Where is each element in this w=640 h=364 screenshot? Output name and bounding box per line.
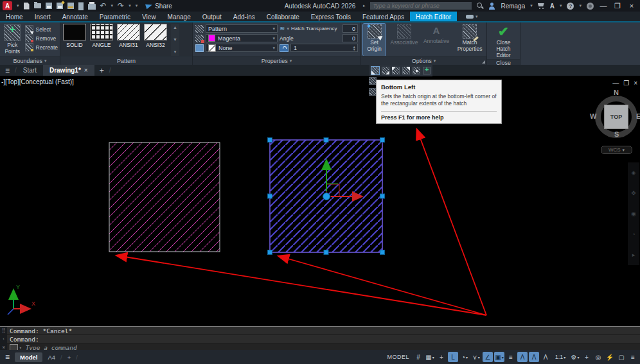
restore-button[interactable]: ❐: [613, 2, 622, 10]
viewcube-top-face[interactable]: TOP: [604, 105, 628, 129]
tab-featured-apps[interactable]: Featured Apps: [357, 12, 410, 22]
panel-launcher-icon[interactable]: [482, 60, 485, 64]
pick-points-button[interactable]: + Pick Points: [2, 24, 23, 56]
match-properties-button[interactable]: Match Properties: [455, 24, 484, 56]
new-layout-button[interactable]: +: [62, 352, 76, 362]
model-space-label[interactable]: MODEL: [387, 354, 409, 360]
viewcube[interactable]: N W E S TOP WCS▾: [591, 90, 640, 157]
compass-north[interactable]: N: [614, 89, 619, 96]
relative-to-paper-space-icon[interactable]: [280, 44, 289, 52]
search-collapse-icon[interactable]: ▸: [363, 3, 366, 8]
pattern-swatch[interactable]: ANGLE: [90, 24, 113, 56]
close-hatch-editor-button[interactable]: ✔ Close Hatch Editor: [489, 24, 518, 59]
hatch-type-dropdown[interactable]: Pattern▾: [206, 24, 278, 33]
print-icon[interactable]: [88, 4, 96, 10]
assistant-icon[interactable]: [587, 3, 594, 10]
tab-express-tools[interactable]: Express Tools: [305, 12, 357, 22]
annotation-visibility-icon[interactable]: Λ▾: [517, 352, 528, 362]
hatch-scale-field[interactable]: 1 ▲▼: [290, 44, 358, 52]
save-icon[interactable]: [46, 3, 52, 9]
chevron-down-icon[interactable]: ▾: [111, 3, 114, 8]
object-snap-icon[interactable]: ▣▾: [494, 352, 504, 362]
minimize-button[interactable]: —: [599, 2, 608, 10]
chevron-down-icon[interactable]: ▾: [560, 3, 562, 8]
tab-start[interactable]: Start: [17, 65, 43, 76]
origin-top-right-icon[interactable]: [402, 67, 410, 74]
clean-screen-icon[interactable]: ▢▾: [616, 352, 627, 362]
undo-icon[interactable]: ↶: [100, 3, 107, 9]
remove-boundary-button[interactable]: Remove: [25, 34, 58, 42]
dynamic-input-icon[interactable]: +▾: [436, 352, 447, 362]
orbit-icon[interactable]: ◔: [632, 231, 635, 238]
navigation-bar[interactable]: ◈ ✥ ◉ ◔ ▸: [628, 162, 639, 265]
annotation-autoscale-icon[interactable]: Λ▾: [529, 352, 539, 362]
tab-add-ins[interactable]: Add-ins: [227, 12, 261, 22]
isolate-objects-icon[interactable]: ◎▾: [593, 352, 603, 362]
ucs-icon[interactable]: Y X: [8, 284, 35, 315]
chevron-down-icon[interactable]: ▾: [530, 3, 533, 8]
hatch-color-dropdown[interactable]: Magenta▾: [206, 34, 278, 42]
close-icon[interactable]: ×: [84, 67, 88, 74]
command-customize-icon[interactable]: ⣿: [0, 327, 7, 334]
sheet-set-icon[interactable]: [78, 2, 84, 10]
origin-bottom-right-icon[interactable]: [382, 67, 389, 74]
command-collapse-icon[interactable]: ‹: [0, 335, 7, 343]
object-snap-tracking-icon[interactable]: ∠▾: [483, 352, 493, 362]
pattern-swatch[interactable]: ANSI31: [117, 24, 140, 56]
origin-top-left-icon[interactable]: [392, 67, 400, 74]
select-boundary-button[interactable]: Select: [25, 25, 58, 33]
search-icon[interactable]: [477, 3, 483, 9]
tab-annotate[interactable]: Annotate: [57, 12, 94, 22]
workspace-switching-icon[interactable]: ⚙▾: [570, 352, 580, 362]
isometric-drafting-icon[interactable]: ⋎▾: [471, 352, 481, 362]
tab-output[interactable]: Output: [197, 12, 227, 22]
help-icon[interactable]: ?: [567, 3, 574, 10]
tab-home[interactable]: Home: [0, 12, 29, 22]
showmotion-icon[interactable]: ▸: [632, 252, 636, 258]
open-file-icon[interactable]: [34, 3, 41, 8]
annotative-button[interactable]: A Annotative: [423, 24, 450, 56]
tab-manage[interactable]: Manage: [162, 12, 197, 22]
pattern-swatch[interactable]: SOLID: [63, 24, 86, 56]
options-panel-footer[interactable]: Options▾: [361, 56, 486, 65]
new-file-icon[interactable]: [24, 3, 30, 10]
pattern-swatch[interactable]: ANSI32: [144, 24, 167, 56]
tab-layout-a4[interactable]: A4: [42, 352, 60, 362]
viewport-restore-icon[interactable]: ❐: [623, 80, 629, 87]
background-color-dropdown[interactable]: None▾: [206, 44, 278, 52]
chevron-down-icon[interactable]: ▾: [579, 3, 582, 8]
wcs-dropdown[interactable]: WCS▾: [601, 146, 632, 154]
hatch-object-left[interactable]: [109, 143, 220, 252]
pattern-gallery-scroll[interactable]: ▲ ▼ ▾: [171, 24, 179, 56]
scroll-up-icon[interactable]: ▲: [173, 25, 177, 30]
angle-field[interactable]: 0: [342, 34, 358, 42]
autodesk-logo-icon[interactable]: A: [3, 1, 12, 10]
hatch-transparency-field[interactable]: 0: [342, 24, 358, 33]
chevron-down-icon[interactable]: ▾: [287, 26, 289, 31]
plot-icon[interactable]: [67, 3, 74, 9]
save-as-icon[interactable]: [57, 3, 63, 9]
account-icon[interactable]: [488, 3, 495, 10]
customize-menu-icon[interactable]: ≡▾: [628, 352, 638, 362]
customization-icon[interactable]: +▾: [582, 352, 592, 362]
origin-bottom-left-icon[interactable]: [371, 67, 379, 74]
lineweight-icon[interactable]: ≡▾: [506, 352, 516, 362]
pan-icon[interactable]: ✥: [631, 190, 636, 196]
layout-tabs-menu-icon[interactable]: ≡: [0, 352, 15, 361]
ortho-mode-icon[interactable]: L▾: [448, 352, 458, 362]
chevron-down-icon[interactable]: ▾: [17, 3, 19, 8]
new-drawing-button[interactable]: +: [94, 66, 109, 75]
compass-south[interactable]: S: [614, 130, 619, 138]
annotative-objects-icon[interactable]: Λ▾: [540, 352, 551, 362]
tab-hatch-editor[interactable]: Hatch Editor: [410, 12, 457, 22]
viewport-controls-label[interactable]: -][Top][Conceptual (Fast)]: [1, 78, 74, 85]
origin-center-icon[interactable]: [413, 67, 420, 74]
share-button[interactable]: Share: [146, 3, 172, 10]
gallery-expand-icon[interactable]: ▾: [174, 49, 177, 55]
ribbon-display-toggle[interactable]: ▾: [466, 14, 478, 19]
scroll-down-icon[interactable]: ▼: [173, 37, 177, 42]
tab-insert[interactable]: Insert: [29, 12, 57, 22]
qat-customize-icon[interactable]: ▾: [136, 3, 138, 8]
account-name[interactable]: Remaga: [501, 3, 525, 10]
tab-parametric[interactable]: Parametric: [94, 12, 136, 22]
